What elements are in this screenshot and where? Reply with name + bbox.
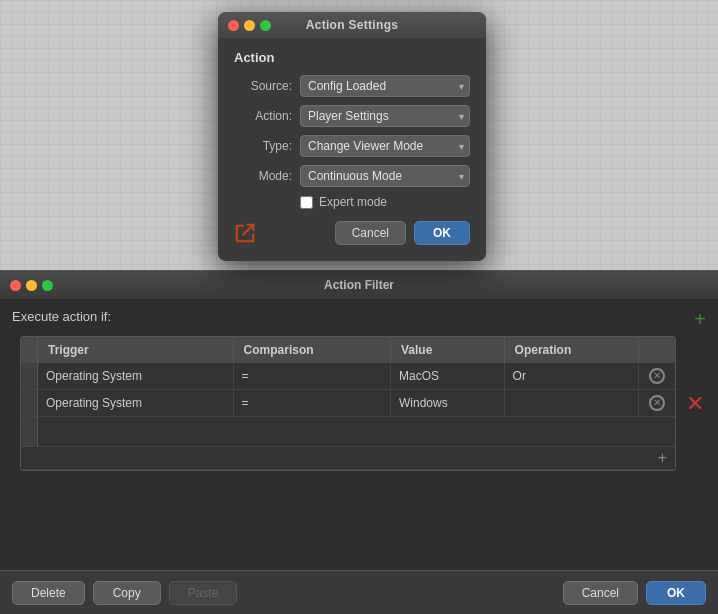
add-row-cell: +: [21, 447, 675, 470]
action-select[interactable]: Player Settings: [300, 105, 470, 127]
row-2-delete-button[interactable]: ✕: [647, 395, 667, 411]
action-settings-dialog: Action Settings Action Source: Config Lo…: [218, 12, 486, 261]
window-close-button[interactable]: [10, 280, 21, 291]
dialog-content: Action Source: Config Loaded Action: Pla…: [218, 38, 486, 261]
row-1-delete-button[interactable]: ✕: [647, 368, 667, 384]
paste-button[interactable]: Paste: [169, 581, 238, 605]
add-filter-button[interactable]: +: [694, 309, 706, 329]
toolbar-left: Delete Copy Paste: [12, 581, 237, 605]
source-select[interactable]: Config Loaded: [300, 75, 470, 97]
mode-select[interactable]: Continuous Mode: [300, 165, 470, 187]
handle-col: [21, 337, 38, 363]
row-1-value: MacOS: [390, 363, 504, 390]
comparison-header: Comparison: [233, 337, 390, 363]
action-label: Action:: [234, 109, 292, 123]
source-row: Source: Config Loaded: [234, 75, 470, 97]
expert-mode-label: Expert mode: [319, 195, 387, 209]
row-2-trigger: Operating System: [38, 390, 234, 417]
empty-row: [21, 417, 675, 447]
table-header-row: Trigger Comparison Value Operation: [21, 337, 675, 363]
action-filter-window: Action Filter Execute action if: + Trigg…: [0, 270, 718, 614]
add-row-button[interactable]: +: [654, 449, 671, 467]
window-title: Action Filter: [324, 278, 394, 292]
delete-icon-1: ✕: [649, 368, 665, 384]
row-2-comparison: =: [233, 390, 390, 417]
value-header: Value: [390, 337, 504, 363]
dialog-ok-button[interactable]: OK: [414, 221, 470, 245]
dialog-title: Action Settings: [306, 18, 399, 32]
type-select-wrapper: Change Viewer Mode: [300, 135, 470, 157]
bottom-toolbar: Delete Copy Paste Cancel OK: [0, 570, 718, 614]
row-2-value: Windows: [390, 390, 504, 417]
delete-button[interactable]: Delete: [12, 581, 85, 605]
expert-mode-row: Expert mode: [300, 195, 470, 209]
minimize-button[interactable]: [244, 20, 255, 31]
window-maximize-button[interactable]: [42, 280, 53, 291]
add-row-row: +: [21, 447, 675, 470]
empty-handle: [21, 417, 38, 447]
empty-cell: [38, 417, 676, 447]
row-2-operation: [504, 390, 638, 417]
row-handle-2: [21, 390, 38, 417]
window-content: Execute action if: + Trigger Comparison …: [0, 299, 718, 570]
action-select-wrapper: Player Settings: [300, 105, 470, 127]
mode-row: Mode: Continuous Mode: [234, 165, 470, 187]
remove-filter-button[interactable]: ✕: [686, 393, 704, 415]
action-col: [639, 337, 676, 363]
delete-icon-2: ✕: [649, 395, 665, 411]
row-1-delete: ✕: [639, 363, 676, 390]
type-label: Type:: [234, 139, 292, 153]
row-1-comparison: =: [233, 363, 390, 390]
type-row: Type: Change Viewer Mode: [234, 135, 470, 157]
window-traffic-lights: [10, 280, 53, 291]
row-2-delete: ✕: [639, 390, 676, 417]
type-select[interactable]: Change Viewer Mode: [300, 135, 470, 157]
table-row: Operating System = Windows ✕: [21, 390, 675, 417]
filter-table: Trigger Comparison Value Operation Opera…: [21, 337, 675, 470]
mode-label: Mode:: [234, 169, 292, 183]
expert-mode-checkbox[interactable]: [300, 196, 313, 209]
table-outer: Trigger Comparison Value Operation Opera…: [20, 336, 676, 471]
dialog-cancel-button[interactable]: Cancel: [335, 221, 406, 245]
window-titlebar: Action Filter: [0, 271, 718, 299]
trigger-header: Trigger: [38, 337, 234, 363]
copy-button[interactable]: Copy: [93, 581, 161, 605]
row-handle-1: [21, 363, 38, 390]
share-button[interactable]: [234, 222, 256, 244]
execute-label: Execute action if:: [12, 309, 706, 324]
dialog-section-title: Action: [234, 50, 470, 65]
filter-ok-button[interactable]: OK: [646, 581, 706, 605]
dialog-titlebar: Action Settings: [218, 12, 486, 38]
table-row: Operating System = MacOS Or ✕: [21, 363, 675, 390]
row-1-trigger: Operating System: [38, 363, 234, 390]
source-select-wrapper: Config Loaded: [300, 75, 470, 97]
action-row: Action: Player Settings: [234, 105, 470, 127]
row-1-operation: Or: [504, 363, 638, 390]
source-label: Source:: [234, 79, 292, 93]
operation-header: Operation: [504, 337, 638, 363]
dialog-buttons: Cancel OK: [234, 221, 470, 245]
mode-select-wrapper: Continuous Mode: [300, 165, 470, 187]
dialog-btn-group: Cancel OK: [335, 221, 470, 245]
traffic-lights: [228, 20, 271, 31]
maximize-button[interactable]: [260, 20, 271, 31]
table-container: Trigger Comparison Value Operation Opera…: [20, 336, 676, 471]
close-button[interactable]: [228, 20, 239, 31]
window-minimize-button[interactable]: [26, 280, 37, 291]
filter-cancel-button[interactable]: Cancel: [563, 581, 638, 605]
share-icon: [234, 222, 256, 244]
toolbar-right: Cancel OK: [563, 581, 706, 605]
